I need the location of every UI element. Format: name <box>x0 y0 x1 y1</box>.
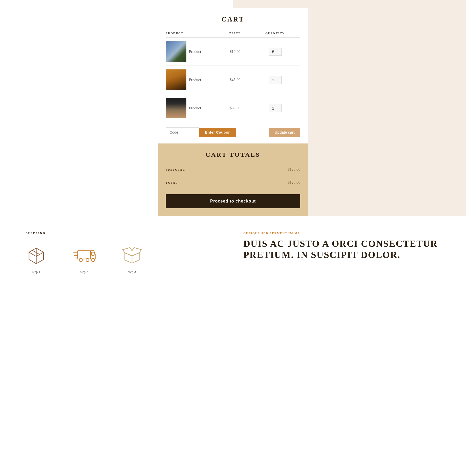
total-row: TOTAL $128.00 <box>166 176 300 189</box>
checkout-button[interactable]: Proceed to checkout <box>166 194 300 208</box>
product-name: Product <box>189 94 220 122</box>
col-header-price: PRICE <box>220 30 250 38</box>
svg-line-10 <box>125 253 132 256</box>
quantity-input[interactable] <box>269 48 282 56</box>
shipping-section: SHIPPING step 1 <box>0 216 466 290</box>
product-name: Product <box>189 66 220 94</box>
open-box-icon <box>122 245 142 266</box>
table-row: Product $33.00 <box>166 94 300 122</box>
shipping-step-3: step 3 <box>122 245 142 274</box>
col-header-quantity: QUANTITY <box>250 30 300 38</box>
product-quantity[interactable] <box>250 94 300 122</box>
table-row: Product $45.00 <box>166 66 300 94</box>
col-header-product: PRODUCT <box>166 30 220 38</box>
box-icon <box>26 245 47 266</box>
coupon-input[interactable] <box>166 127 199 137</box>
cart-table: PRODUCT PRICE QUANTITY Product $10.00 Pr… <box>166 30 300 122</box>
coupon-left: Enter Coupon <box>166 127 236 137</box>
step2-label: step 2 <box>80 270 88 274</box>
subtotal-label: SUBTOTAL <box>166 168 185 171</box>
cart-totals-title: CART TOTALS <box>166 151 300 163</box>
coupon-row: Enter Coupon Update cart <box>166 122 300 143</box>
svg-rect-7 <box>92 252 94 255</box>
shipping-right: QUISQUE SED FERMENTUM MI. DUIS AC JUSTO … <box>223 232 440 261</box>
total-value: $128.00 <box>288 180 300 185</box>
shipping-headline: DUIS AC JUSTO A ORCI CONSECTETUR PRETIUM… <box>243 238 440 261</box>
update-cart-button[interactable]: Update cart <box>269 128 300 137</box>
enter-coupon-button[interactable]: Enter Coupon <box>199 128 236 137</box>
table-row: Product $10.00 <box>166 38 300 66</box>
product-quantity[interactable] <box>250 66 300 94</box>
subtotal-row: SUBTOTAL $128.00 <box>166 163 300 176</box>
shipping-steps: step 1 <box>26 245 223 274</box>
product-name: Product <box>189 38 220 66</box>
shipping-step-2: step 2 <box>72 245 96 274</box>
product-image <box>166 69 186 90</box>
product-price: $33.00 <box>220 94 250 122</box>
truck-icon <box>72 245 96 266</box>
quantity-input[interactable] <box>269 104 282 112</box>
product-quantity[interactable] <box>250 38 300 66</box>
product-image <box>166 98 186 118</box>
step1-label: step 1 <box>32 270 40 274</box>
cart-totals-section: CART TOTALS SUBTOTAL $128.00 TOTAL $128.… <box>158 143 308 216</box>
quantity-input[interactable] <box>269 76 282 84</box>
product-price: $10.00 <box>220 38 250 66</box>
shipping-subtitle: QUISQUE SED FERMENTUM MI. <box>243 232 440 235</box>
shipping-title: SHIPPING <box>26 232 223 235</box>
shipping-step-1: step 1 <box>26 245 47 274</box>
cart-title: CART <box>166 16 300 30</box>
svg-rect-3 <box>78 251 91 259</box>
product-price: $45.00 <box>220 66 250 94</box>
cart-section: CART PRODUCT PRICE QUANTITY Product $10.… <box>158 8 308 143</box>
step3-label: step 3 <box>128 270 136 274</box>
subtotal-value: $128.00 <box>288 167 300 172</box>
svg-line-11 <box>132 253 139 256</box>
total-label: TOTAL <box>166 181 178 184</box>
product-image <box>166 41 186 62</box>
shipping-left: SHIPPING step 1 <box>26 232 223 274</box>
